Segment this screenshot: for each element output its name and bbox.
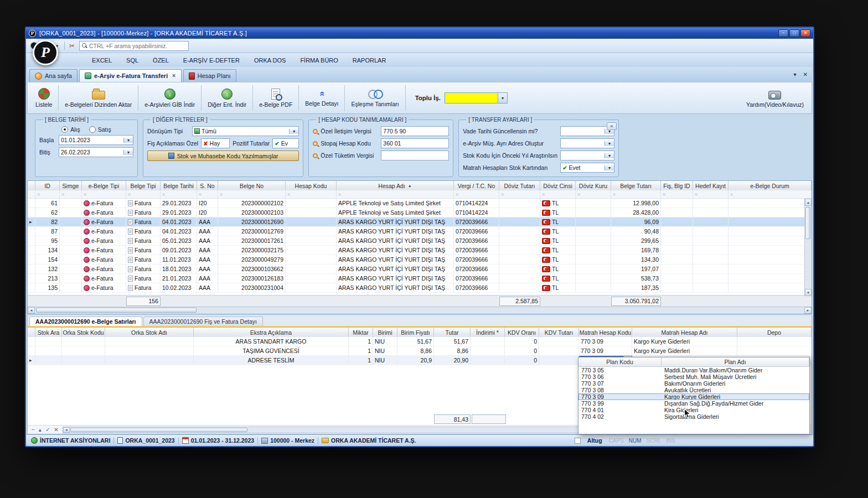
menu-item[interactable]: SQL (120, 55, 144, 65)
filter-cell[interactable] (693, 190, 728, 198)
cell-matrah-hesap-kodu[interactable]: 770 3 09 (579, 346, 632, 355)
tabstrip-close-icon[interactable] (803, 71, 808, 77)
delete-row-icon[interactable] (32, 427, 35, 433)
col-header-kdv-orani[interactable]: KDV Oranı (505, 328, 539, 337)
table-row[interactable]: 87 e-Fatura Fatura 04.01.2023 AAA 202300… (28, 227, 812, 236)
filter-cell[interactable] (728, 190, 812, 198)
scroll-thumb[interactable] (36, 308, 197, 313)
filter-cell[interactable] (286, 190, 337, 198)
table-row[interactable]: 135 e-Fatura Fatura 10.02.2023 AAA 20230… (28, 283, 812, 293)
table-row[interactable]: 213 e-Fatura Fatura 21.01.2023 AAA 20230… (28, 274, 812, 283)
status-checkbox[interactable] (575, 438, 581, 444)
pozitif-tutarlar-select[interactable]: Ev (272, 138, 299, 148)
filter-cell[interactable] (611, 190, 661, 198)
col-header-belge-tutari[interactable]: Belge Tutarı (611, 181, 661, 190)
scissors-icon[interactable] (68, 42, 76, 50)
chevron-down-icon[interactable] (123, 150, 133, 155)
belge-detayi-button[interactable]: Belge Detayı (301, 88, 343, 108)
tab-list-icon[interactable] (794, 71, 797, 77)
tab-ebelge-satirlari[interactable]: AAA2023000012690 e-Belge Satırları (29, 317, 142, 326)
plan-option[interactable]: 770 3 08 Avukatlık Ücretleri (578, 387, 809, 393)
scroll-down-icon[interactable] (805, 289, 812, 296)
col-header-kdv-tutari[interactable]: KDV Tutarı (539, 328, 579, 337)
chevron-down-icon[interactable] (289, 129, 298, 134)
maximize-button[interactable] (789, 29, 799, 37)
chevron-down-icon[interactable] (604, 141, 614, 146)
col-header-simge[interactable]: Simge (60, 181, 82, 190)
table-row[interactable]: 132 e-Fatura Fatura 18.01.2023 AAA 20230… (28, 264, 812, 274)
menu-item[interactable]: E-ARŞİV E-DEFTER (177, 55, 246, 65)
col-header-miktar[interactable]: Miktar (349, 328, 373, 337)
dizinden-aktar-button[interactable]: e-Belgeleri Dizinden Aktar (60, 86, 136, 110)
filter-cell[interactable] (28, 190, 35, 198)
eslesme-tanimlari-button[interactable]: Eşleşme Tanımları (347, 87, 403, 109)
detail-row[interactable]: TAŞIMA GÜVENCESİ 1 NIU 8,86 8,86 0 770 3… (28, 346, 812, 356)
scroll-track[interactable] (805, 206, 812, 289)
plan-option[interactable]: 770 3 06 Serbest Muh. Mali Müşavir Ücret… (578, 374, 809, 380)
chevron-down-icon[interactable] (604, 165, 614, 170)
confirm-icon[interactable] (45, 427, 50, 433)
cancel-icon[interactable] (54, 427, 58, 433)
filter-cell[interactable] (35, 190, 60, 198)
filter-cell[interactable] (576, 190, 611, 198)
col-header-belge-tarihi[interactable]: Belge Tarihi (161, 181, 197, 190)
col-header-tutar[interactable]: Tutar (434, 328, 471, 337)
filter-cell[interactable] (499, 190, 540, 198)
table-row[interactable]: 62 e-Fatura Fatura 29.01.2023 I20 202300… (28, 208, 812, 217)
filter-cell[interactable] (337, 190, 454, 198)
filter-cell[interactable] (60, 190, 82, 198)
plan-option[interactable]: 770 4 01 Kira Giderleri (578, 407, 809, 413)
menu-item[interactable]: RAPORLAR (347, 55, 392, 65)
diger-ent-indir-button[interactable]: Diğer Ent. İndir (203, 87, 251, 110)
col-header-belge-no[interactable]: Belge No (218, 181, 286, 190)
table-row[interactable]: 82 e-Fatura Fatura 04.01.2023 AAA 202300… (28, 217, 812, 227)
col-header-matrah-hesap-kodu[interactable]: Matrah Hesap Kodu (579, 328, 632, 337)
col-header-indirimi[interactable]: İndirimi * (471, 328, 505, 337)
col-header-ebelge-durum[interactable]: e-Belge Durum (728, 181, 812, 190)
col-header-hedef-kayit[interactable]: Hedef Kayıt (693, 181, 728, 190)
col-header-id[interactable]: ID (35, 181, 60, 190)
col-header-sno[interactable]: S. No (197, 181, 218, 190)
scroll-left-icon[interactable] (28, 307, 35, 314)
col-header-hesap-adi[interactable]: Hesap Adı (337, 181, 454, 190)
alis-radio[interactable]: Alış (61, 126, 80, 133)
donem-araligi[interactable]: 01.01.2023 - 31.12.2023 (182, 437, 254, 444)
menu-item[interactable]: EXCEL (86, 55, 118, 65)
col-header-orka-stok-kodu[interactable]: Orka Stok Kodu (62, 328, 105, 337)
plan-option[interactable]: 770 3 99 Dışardan Sağ.Diğ.Fayda/Hizmet G… (578, 400, 809, 407)
edit-row-icon[interactable] (39, 427, 42, 433)
menu-item[interactable]: ORKA DOS (248, 55, 292, 65)
table-row[interactable]: 95 e-Fatura Fatura 05.01.2023 AAA 202300… (28, 236, 812, 246)
col-header-ekstra-aciklama[interactable]: Ekstra Açıklama (194, 328, 349, 337)
col-header-vergi-no[interactable]: Vergi / T.C. No (454, 181, 499, 190)
hesap-kodu-input[interactable]: 770 5 90 (381, 126, 449, 136)
tab-fis-fatura-detayi[interactable]: AAA2023000012690 Fiş ve Fatura Detayı (143, 317, 263, 326)
col-header-birim-fiyati[interactable]: Birim Fiyatı (397, 328, 434, 337)
col-header-orka-stok-adi[interactable]: Orka Stok Adı (105, 328, 194, 337)
menu-item[interactable]: FİRMA BÜRO (294, 55, 344, 65)
filter-cell[interactable] (661, 190, 693, 198)
collapse-button[interactable]: « (607, 122, 617, 130)
toplu-is-select[interactable] (445, 92, 508, 103)
filter-cell[interactable] (540, 190, 576, 198)
menu-item[interactable]: ÖZEL (147, 55, 175, 65)
tab-close-icon[interactable] (172, 73, 176, 79)
plan-option[interactable]: 770 3 05 Maddi.Duran Var.Bakım/Onarım Gi… (578, 367, 809, 374)
filter-cell[interactable] (454, 190, 499, 198)
grid-vertical-scrollbar[interactable] (804, 199, 812, 296)
chevron-down-icon[interactable] (498, 93, 507, 103)
filter-cell[interactable] (161, 190, 197, 198)
filter-cell[interactable] (218, 190, 286, 198)
detail-row[interactable]: ARAS STANDART KARGO 1 NIU 51,67 51,67 0 … (28, 337, 812, 346)
table-row[interactable]: 61 e-Fatura Fatura 29.01.2023 I20 202300… (28, 199, 812, 208)
tab-hesap-plani[interactable]: Hesap Planı (183, 69, 236, 82)
col-header-stok-ara[interactable]: Stok Ara (35, 328, 62, 337)
bitis-date-select[interactable]: 26.02.2023 (59, 147, 133, 157)
cell-matrah-hesap-kodu[interactable]: 770 3 09 (579, 337, 632, 346)
plan-option[interactable]: 770 3 09 Kargo Kurye Giderleri (578, 393, 809, 400)
chevron-down-icon[interactable] (604, 153, 614, 158)
scroll-track[interactable] (35, 307, 804, 314)
col-header-doviz-kuru[interactable]: Döviz Kuru (576, 181, 611, 190)
satis-radio[interactable]: Satış (89, 126, 111, 133)
sube[interactable]: 100000 - Merkez (261, 437, 314, 444)
